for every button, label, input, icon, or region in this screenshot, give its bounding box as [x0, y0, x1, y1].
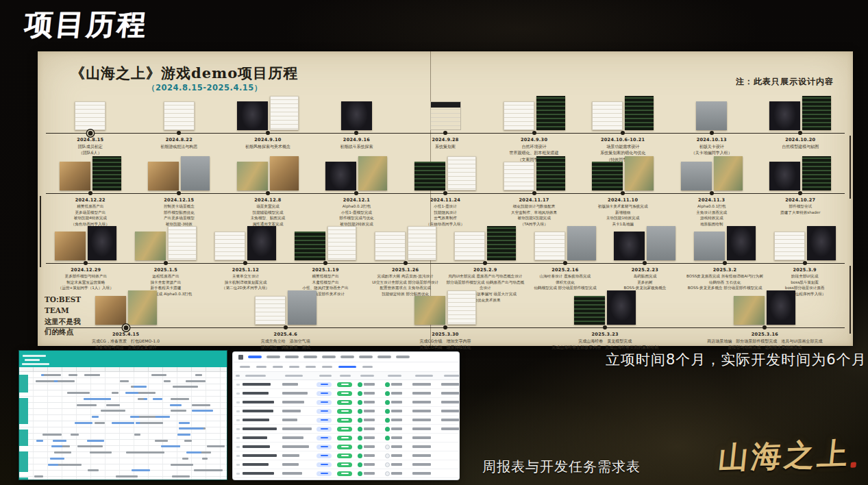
milestone-caption: 2024.11.10初版抽卡美术素材与系统完成新增植物主动技能1特效完成关卡1岛…	[578, 194, 667, 227]
milestone: 2025.3.23完成山海经卷 黄龙模型完成完成山海经卷全部故事内容 完成山海经…	[525, 295, 685, 351]
task-row	[233, 425, 459, 434]
milestone-caption: 2024.11.24小怪1-鹿设计技能随风设计云气效果制作（生物动画同学入组）	[401, 194, 490, 227]
timeline-dot	[710, 131, 714, 135]
milestone-date: 2025.2.16	[525, 266, 606, 273]
milestone-thumbnail	[270, 156, 299, 190]
milestone-thumbnail	[168, 226, 197, 260]
timeline-edge-connector	[850, 136, 851, 199]
timeline-dot	[164, 261, 168, 265]
poster-subtitle: （2024.8.15-2025.4.15）	[147, 83, 262, 93]
weekly-report-grid	[19, 372, 227, 480]
milestone-thumbnail	[734, 296, 765, 325]
timeline-dot	[354, 131, 358, 135]
timeline-edge-connector	[40, 196, 41, 267]
milestone-date: 2024.10.6-10.21	[578, 136, 667, 143]
milestone-date: 2024.9.16	[312, 136, 401, 143]
timeline-dot	[177, 191, 181, 195]
milestone: 2024.11.10初版抽卡美术素材与系统完成新增植物主动技能1特效完成关卡1岛…	[578, 155, 667, 227]
weekly-report-column-strip	[19, 367, 227, 372]
milestone: 2024.12.22精英怪原画产出更多场景模型产出被动技能4特效完成（角色动画同…	[46, 155, 135, 227]
milestone-thumbnail	[647, 226, 675, 260]
milestone-thumbnail	[625, 156, 654, 190]
milestone-caption: 2024.10.13初版关卡设计（关卡地编同学入组）	[667, 134, 756, 156]
milestone-thumbnail	[504, 162, 534, 190]
task-table-rows	[233, 380, 459, 480]
table-tab	[285, 356, 299, 358]
milestone-caption: 2025.4.15完成CG，准备宣发 打包DEMO-1.0准备海报与周边 完成设…	[46, 328, 206, 351]
milestone-date: 2024.12.1	[312, 197, 401, 203]
milestone-date: 2025.4.15	[46, 331, 206, 338]
milestone-date: 2025.3.30	[365, 331, 525, 338]
timeline-dot	[123, 325, 128, 330]
milestone-date: 2024.11.17	[490, 197, 579, 203]
milestone: 2024.12.8场景美宣完成技能辅助模型完成主角模型、贴图完成属性通用文案完成	[223, 155, 312, 227]
milestone-thumbnail	[358, 156, 387, 190]
milestone: 2024.12.1Alpha0.0.2打包小怪1-鹿模型完成部件模型完成与优化被…	[312, 155, 401, 227]
timeline-dot	[323, 261, 327, 265]
task-table-header	[233, 372, 459, 380]
timeline-dot	[563, 261, 567, 265]
milestone-caption: 2025.3.16商店场景地编 部分场景部件模型完成 道具与UI原画全部完成鹿模…	[685, 328, 845, 351]
milestone: 2024.10.6-10.21场景功能需求设计系统策划案的细化与优化（特效同学入…	[578, 95, 667, 162]
milestone-caption: 2024.12.29更多部件模型与特效产出制定未来宣发运营策略（运营+策划同学（…	[46, 264, 126, 291]
timeline-dot	[443, 191, 447, 195]
timeline-dot	[84, 261, 88, 265]
milestone-thumbnail	[55, 232, 86, 260]
milestone-date: 2025.3.2	[685, 266, 765, 273]
timeline-dot	[284, 325, 288, 329]
milestone-date: 2025.3.23	[525, 331, 685, 338]
timeline-dot	[483, 261, 487, 265]
timeline-dot	[88, 191, 92, 195]
milestone-thumbnail	[375, 232, 406, 260]
milestone-date: 2024.11.24	[401, 197, 490, 203]
timeline-row: 2024.12.22精英怪原画产出更多场景模型产出被动技能4特效完成（角色动画同…	[46, 155, 845, 227]
milestone-thumbnail	[128, 290, 157, 325]
milestone-date: 2025.2.9	[445, 266, 525, 273]
milestone-date: 2025.3.9	[765, 266, 845, 273]
milestone-caption: 2024.11.17细化技能设计与数值配表天空盒制作、草地风动效果被动技能1技能…	[490, 194, 579, 227]
milestone: 2024.11.17细化技能设计与数值配表天空盒制作、草地风动效果被动技能1技能…	[490, 155, 579, 227]
task-row	[233, 460, 459, 469]
milestone: 2024.9.28系统策划案	[401, 95, 490, 162]
project-timeline-poster: 《山海之上》游戏demo项目历程 （2024.8.15-2025.4.15） 注…	[38, 51, 853, 346]
milestone-thumbnail	[536, 96, 565, 130]
milestone-thumbnail	[625, 96, 654, 130]
timeline-dot	[88, 131, 92, 136]
milestone-date: 2024.12.29	[46, 266, 126, 273]
milestone-date: 2024.9.10	[223, 136, 312, 143]
milestone-thumbnail	[769, 162, 800, 190]
timeline-dot	[621, 191, 625, 195]
milestone-date: 2025.1.5	[126, 266, 206, 273]
task-row	[233, 407, 459, 416]
timeline-row: 2025.4.15完成CG，准备宣发 打包DEMO-1.0准备海报与周边 完成设…	[46, 295, 845, 351]
timeline-dot	[798, 191, 802, 195]
milestone-thumbnail	[567, 226, 596, 260]
milestone-date: 2025.1.19	[286, 266, 366, 273]
milestone-date: 2025.2.23	[605, 266, 685, 273]
game-logo-text: 山海之上	[717, 436, 852, 475]
milestone-thumbnail	[607, 290, 636, 325]
timeline-dot	[243, 261, 247, 265]
timeline-dot	[621, 131, 625, 135]
milestone-caption: 2024.9.28系统策划案	[401, 134, 490, 149]
milestone: 2025.3.2BOSS黄龙原画完成 所有怪物详细AI与行为树仙鹤动画 玉石优化…	[685, 225, 765, 303]
milestone-date: 2024.9.30	[490, 136, 579, 143]
milestone-thumbnail	[325, 162, 356, 190]
table-tool	[256, 366, 266, 369]
slide-title: 项目历程	[23, 5, 150, 44]
milestone-date: 2025.3.16	[685, 331, 845, 338]
milestone-date: 2025.1.12	[206, 266, 286, 273]
timeline-edge-connector	[850, 266, 851, 334]
milestone-thumbnail	[807, 226, 836, 260]
milestone-thumbnail	[295, 232, 325, 260]
milestone-date: 2024.11.10	[578, 197, 667, 203]
milestone-caption: 2025.3.2BOSS黄龙原画完成 所有怪物详细AI与行为树仙鹤动画 玉石优化…	[685, 264, 765, 291]
milestone-thumbnail	[536, 156, 565, 190]
milestone-thumbnail	[414, 296, 445, 325]
timeline-dot	[532, 131, 536, 135]
milestone: 2024.11.3Alpha0.0.1打包主角设计原画完成游戏特效完成地形贴图绘…	[667, 155, 756, 227]
milestone: 2024.12.29更多部件模型与特效产出制定未来宣发运营策略（运营+策划同学（…	[46, 225, 126, 303]
task-row	[233, 380, 459, 389]
task-table-tabbar	[233, 352, 459, 362]
timeline-dot	[266, 131, 270, 135]
